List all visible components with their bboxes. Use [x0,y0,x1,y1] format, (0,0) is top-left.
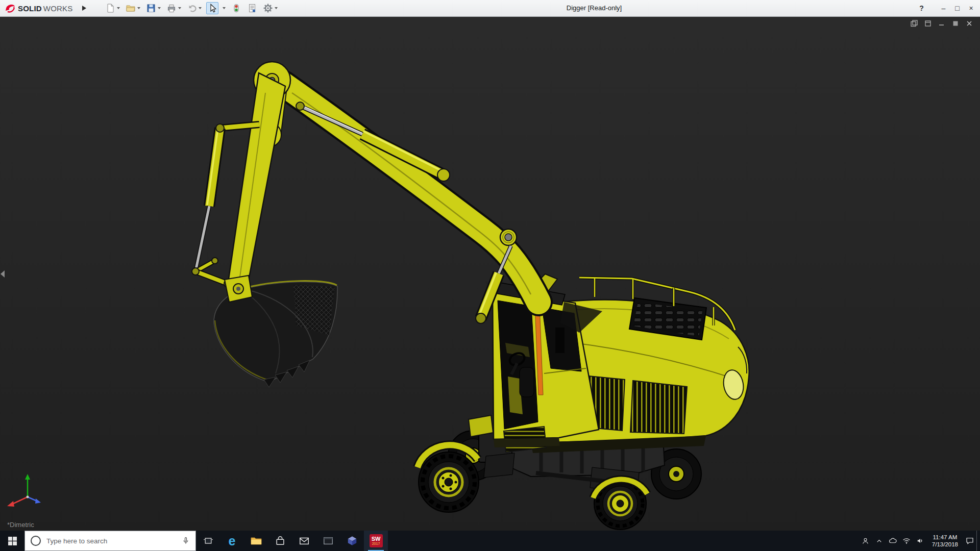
onedrive-cloud-icon[interactable] [886,531,900,551]
options-button[interactable] [262,2,279,14]
triad-x-axis[interactable] [7,501,14,507]
new-document-button[interactable] [104,2,121,14]
task-view-icon [203,536,213,546]
rebuild-stoplight-icon [231,3,241,13]
solidworks-app-icon: SW 2017 [370,534,383,547]
open-folder-icon [126,3,136,13]
microphone-icon[interactable] [181,536,190,545]
edge-icon: e [229,535,236,547]
document-window-controls [910,19,974,28]
select-tool-caret-button[interactable] [220,6,227,10]
orientation-label: *Dimetric [7,521,34,529]
taskbar-app-file-explorer[interactable] [244,531,268,551]
undo-button[interactable] [186,2,203,14]
store-bag-icon [275,535,286,546]
cube-icon [347,535,358,546]
print-icon [166,3,177,13]
logo-text-solid: SOLID [18,4,42,13]
search-input[interactable] [45,537,176,545]
undo-icon [187,3,197,13]
stick [227,73,285,296]
cortana-icon[interactable] [31,536,41,546]
open-caret[interactable] [137,7,140,9]
window-controls: ? – □ × [915,0,978,16]
help-button[interactable]: ? [915,0,928,16]
panel-collapse-arrow[interactable] [1,270,5,278]
window-title: Digger [Read-only] [567,0,622,16]
windows-logo-icon [8,537,17,545]
select-cursor-icon [207,3,217,13]
close-document-icon[interactable] [965,19,974,28]
graphics-viewport[interactable]: *Dimetric [0,16,980,531]
save-button[interactable] [145,2,162,14]
minimize-button[interactable]: – [937,0,950,16]
logo-text-works: WORKS [43,4,73,13]
play-arrow-icon [82,5,87,11]
new-document-icon [105,3,115,13]
system-tray: 11:47 AM 7/13/2018 [859,531,980,551]
mail-envelope-icon [299,535,310,546]
taskbar-clock[interactable]: 11:47 AM 7/13/2018 [927,531,963,551]
save-floppy-icon [146,3,156,13]
taskbar-app-solidworks[interactable]: SW 2017 [364,531,388,551]
clock-date: 7/13/2018 [932,541,958,548]
boom-arm [192,62,538,387]
undo-caret[interactable] [199,7,202,9]
file-properties-button[interactable] [246,2,258,14]
taskbar-app-edge[interactable]: e [220,531,244,551]
console-window-icon [323,535,334,546]
excavator-3d-model[interactable] [0,16,980,531]
taskbar-app-console[interactable] [316,531,340,551]
minimize-document-icon[interactable] [937,19,946,28]
show-desktop-button[interactable] [976,531,980,551]
start-button[interactable] [0,531,24,551]
main-toolbar [104,0,282,16]
action-center-icon[interactable] [963,531,976,551]
select-caret[interactable] [223,7,226,9]
triad-y-axis[interactable] [25,474,30,480]
options-caret[interactable] [275,7,278,9]
triad-z-axis[interactable] [35,498,41,504]
dassault-logo-icon [4,3,16,13]
taskbar-app-composer[interactable] [340,531,364,551]
side-grille-right [630,381,687,434]
close-button[interactable]: × [964,0,978,16]
screen: { "window": { "app_name_bold": "SOLID", … [0,0,980,551]
stick-cylinder [296,102,450,181]
print-caret[interactable] [178,7,181,9]
bucket [214,276,337,387]
network-wifi-icon[interactable] [900,531,914,551]
open-button[interactable] [125,2,141,14]
titlebar: SOLIDWORKS [0,0,980,17]
volume-icon[interactable] [914,531,927,551]
task-view-button[interactable] [196,531,220,551]
taskbar-app-mail[interactable] [292,531,316,551]
taskbar-app-store[interactable] [268,531,292,551]
maximize-button[interactable]: □ [950,0,964,16]
print-button[interactable] [165,2,182,14]
restore-document-icon[interactable] [951,19,960,28]
seat [520,367,534,397]
rebuild-button[interactable] [230,2,242,14]
new-document-caret[interactable] [117,7,120,9]
save-caret[interactable] [158,7,161,9]
file-explorer-icon [250,535,262,547]
people-icon[interactable] [859,531,872,551]
cascade-windows-icon[interactable] [923,19,933,28]
solidworks-logo: SOLIDWORKS [4,0,73,16]
new-window-icon[interactable] [910,19,919,28]
orientation-triad[interactable] [7,474,41,507]
taskbar: e SW 2017 [0,531,980,551]
clock-time: 11:47 AM [933,534,958,541]
select-tool-button[interactable] [206,2,218,14]
file-properties-icon [247,3,257,13]
taskbar-search[interactable] [24,531,196,551]
hidden-icons-chevron-icon[interactable] [872,531,886,551]
menu-expand-arrow[interactable] [82,0,87,16]
gear-icon [263,3,273,13]
